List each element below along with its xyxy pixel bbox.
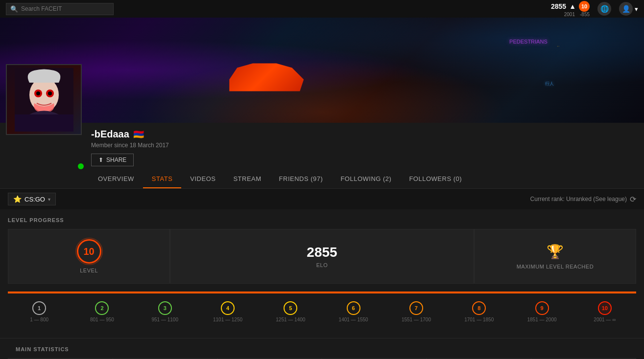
svg-point-4 (36, 91, 40, 95)
level-range-1: 1 — 800 (30, 317, 48, 322)
level-range-7: 1551 — 1700 (402, 317, 431, 322)
tab-following[interactable]: FOLLOWING (2) (332, 170, 400, 188)
level-ind-badge-3: 3 (158, 301, 172, 315)
level-label: LEVEL (80, 268, 98, 273)
globe-icon[interactable]: 🌐 (597, 2, 611, 16)
level-ind-badge-6: 6 (347, 301, 360, 315)
rank-display: Current rank: Unranked (See league) ⟳ (530, 195, 636, 204)
profile-info: -bEdaaa 🇦🇲 Member since 18 March 2017 ⬆ … (91, 129, 636, 170)
elo-card: 2855 ELO (170, 229, 474, 284)
tab-followers[interactable]: FOLLOWERS (0) (400, 170, 471, 188)
search-box[interactable]: 🔍 (6, 3, 114, 15)
search-icon: 🔍 (10, 5, 18, 13)
level-range-2: 801 — 950 (90, 317, 114, 322)
trophy-icon: 🏆 (547, 244, 564, 260)
tab-friends[interactable]: FRIENDS (97) (270, 170, 332, 188)
avatar-wrapper[interactable]: 👤 ▾ (619, 2, 638, 16)
level-ind-1: 1 1 — 800 (8, 297, 71, 326)
progress-track (8, 292, 636, 293)
svg-rect-6 (15, 114, 73, 132)
level-ind-badge-10: 10 (598, 301, 612, 315)
current-rank-text: Current rank: Unranked (See league) (530, 196, 627, 202)
level-range-6: 1401 — 1550 (339, 317, 368, 322)
level-ind-3: 3 951 — 1100 (134, 297, 196, 326)
level-range-9: 1851 — 2000 (527, 317, 556, 322)
elo-card-label: ELO (316, 262, 328, 268)
game-selector[interactable]: ⭐ CS:GO ▾ (8, 193, 56, 205)
chevron-down-icon[interactable]: ▾ (635, 5, 638, 13)
max-level-label: MAXIMUM LEVEL REACHED (517, 264, 594, 269)
level-ind-badge-2: 2 (95, 301, 109, 315)
level-range-10: 2001 — ∞ (594, 317, 616, 322)
share-icon: ⬆ (98, 157, 103, 163)
profile-section: -bEdaaa 🇦🇲 Member since 18 March 2017 ⬆ … (0, 123, 644, 170)
elo-sub: 2001 -855 (564, 12, 590, 17)
level-ind-badge-5: 5 (284, 301, 297, 315)
level-ind-badge-4: 4 (221, 301, 235, 315)
level-ind-5: 5 1251 — 1400 (259, 297, 322, 326)
level-range-3: 951 — 1100 (151, 317, 178, 322)
level-indicators: 1 1 — 800 2 801 — 950 3 951 — 1100 4 110… (0, 297, 644, 338)
level-ind-9: 9 1851 — 2000 (510, 297, 573, 326)
nav-tabs: OVERVIEW STATS VIDEOS STREAM FRIENDS (97… (0, 170, 644, 189)
svg-point-5 (48, 91, 52, 95)
level-badge-large: 10 (77, 239, 101, 264)
game-label: CS:GO (24, 196, 45, 203)
level-ind-2: 2 801 — 950 (71, 297, 133, 326)
elo-value: 2855 (551, 2, 566, 10)
progress-bar (0, 292, 644, 293)
max-level-card: 🏆 MAXIMUM LEVEL REACHED (474, 229, 636, 284)
rank-icon[interactable]: ⟳ (630, 195, 636, 204)
level-range-8: 1701 — 1850 (464, 317, 494, 322)
elo-display: 2855 ▲ 10 2001 -855 (551, 1, 590, 17)
avatar[interactable]: 👤 (619, 2, 633, 16)
level-progress-section: LEVEL PROGRESS 10 LEVEL 2855 ELO 🏆 MAXIM… (0, 209, 644, 338)
level-range-5: 1251 — 1400 (276, 317, 305, 322)
main-stats-title: MAIN STATISTICS (8, 338, 636, 358)
chevron-icon: ▾ (48, 197, 50, 202)
elo-main: 2855 ▲ 10 (551, 1, 590, 12)
elo-arrow: ▲ (569, 2, 576, 10)
tab-videos[interactable]: VIDEOS (181, 170, 224, 188)
online-dot (78, 163, 84, 169)
main-statistics-section: MAIN STATISTICS 2,023 MATCHES 49 WIN RAT… (0, 338, 644, 359)
level-ind-badge-9: 9 (535, 301, 549, 315)
cs-icon: ⭐ (13, 195, 22, 203)
level-ind-8: 8 1701 — 1850 (448, 297, 510, 326)
level-ind-badge-8: 8 (472, 301, 486, 315)
level-ind-6: 6 1401 — 1550 (322, 297, 384, 326)
level-ind-badge-1: 1 (32, 301, 46, 315)
level-card: 10 LEVEL (8, 229, 170, 284)
level-cards: 10 LEVEL 2855 ELO 🏆 MAXIMUM LEVEL REACHE… (0, 229, 644, 292)
game-selector-bar: ⭐ CS:GO ▾ Current rank: Unranked (See le… (0, 189, 644, 209)
search-input[interactable] (21, 5, 109, 12)
share-button[interactable]: ⬆ SHARE (91, 154, 134, 166)
top-bar: 🔍 2855 ▲ 10 2001 -855 🌐 👤 ▾ (0, 0, 644, 18)
tab-stream[interactable]: STREAM (224, 170, 270, 188)
tab-stats[interactable]: STATS (143, 170, 181, 188)
tab-overview[interactable]: OVERVIEW (89, 170, 143, 188)
level-progress-title: LEVEL PROGRESS (0, 209, 644, 229)
profile-avatar (6, 64, 82, 135)
member-since: Member since 18 March 2017 (91, 142, 636, 149)
level-ind-4: 4 1101 — 1250 (196, 297, 259, 326)
level-range-4: 1101 — 1250 (213, 317, 242, 322)
elo-change: -855 (580, 12, 590, 17)
level-ind-badge-7: 7 (409, 301, 423, 315)
elo-card-value: 2855 (307, 245, 337, 260)
banner-glow (0, 18, 644, 123)
level-ind-10: 10 2001 — ∞ (573, 297, 636, 326)
flag-icon: 🇦🇲 (133, 129, 144, 140)
avatar-image (7, 65, 81, 134)
elo-range: 2001 (564, 12, 575, 17)
level-badge-small: 10 (579, 1, 590, 12)
profile-name-row: -bEdaaa 🇦🇲 (91, 129, 636, 140)
banner: PEDESTRIANS 行人 ← (0, 18, 644, 123)
profile-name: -bEdaaa (91, 129, 129, 140)
top-right: 2855 ▲ 10 2001 -855 🌐 👤 ▾ (551, 1, 638, 17)
level-ind-7: 7 1551 — 1700 (385, 297, 448, 326)
